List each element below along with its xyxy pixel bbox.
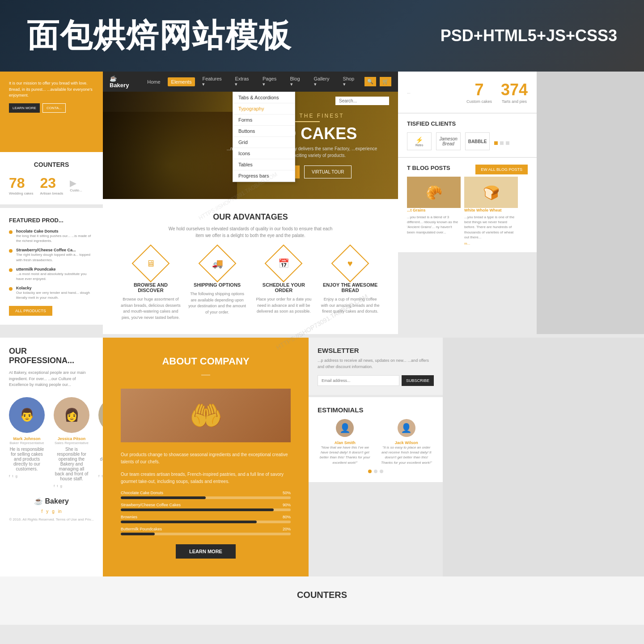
gray-placeholder — [537, 72, 644, 334]
nav-item-pages[interactable]: Pages ▾ — [259, 74, 283, 89]
bottom-counters-section: COUNTERS — [0, 576, 644, 625]
facebook-icon[interactable]: f — [54, 484, 55, 488]
dropdown-item-tables[interactable]: Tables — [233, 159, 295, 170]
footer-link-in[interactable]: in — [58, 509, 62, 514]
advantage-title: ENJOY THE AWESOME BREAD — [320, 282, 380, 293]
featured-products: FEATURED PROD... hocolate Cake Donuts th… — [0, 208, 103, 325]
left-column: It is our mission to offer you bread wit… — [0, 72, 103, 334]
footer-link-y[interactable]: y — [46, 509, 48, 514]
google-icon[interactable]: g — [60, 484, 62, 488]
product-dot — [9, 249, 13, 253]
nav-item-elements[interactable]: Elements — [168, 77, 195, 86]
footer-link-f[interactable]: f — [41, 509, 42, 514]
product-list: hocolate Cake Donuts the long that it si… — [9, 229, 94, 301]
product-desc: the long that it sitting pushes our... .… — [16, 233, 94, 243]
footer-logo: ☕ Bakery — [9, 497, 94, 505]
newsletter-desc: ...p address to receive all news, update… — [318, 358, 434, 370]
dot-inactive-2 — [380, 470, 383, 473]
newsletter-testimonials-column: EWSLETTER ...p address to receive all ne… — [309, 338, 443, 576]
blog-thumb-2: 🍞 — [464, 177, 518, 208]
dropdown-item-forms[interactable]: Forms — [233, 114, 295, 126]
footer-social-links: f y g in — [9, 509, 94, 514]
nav-item-shop[interactable]: Shop ▾ — [339, 74, 361, 89]
about-company-content: ABOUT COMPANY — 🤲 Our products change to… — [103, 338, 309, 576]
progress-track-4 — [121, 533, 291, 535]
about-company-image: 🤲 — [121, 389, 291, 442]
advantage-item-schedule: 📅 SCHEDULE YOUR ORDER Place your order f… — [254, 250, 314, 321]
dropdown-item-progress[interactable]: Progress bars — [233, 170, 295, 182]
dropdown-item-tabs[interactable]: Tabs & Accordions — [233, 92, 295, 103]
dropdown-item-icons[interactable]: Icons — [233, 148, 295, 159]
progress-track-1 — [121, 496, 291, 499]
twitter-icon[interactable]: t — [57, 484, 58, 488]
client-logos: ⚡ Retro JamesonBread BABBLE — [407, 132, 528, 150]
testimonial-item-1: 👤 Alan Smith "Now that we have this I've… — [318, 419, 373, 465]
search-icon[interactable]: 🔍 — [364, 77, 376, 86]
cart-icon[interactable]: 🛒 — [380, 77, 391, 86]
advantages-subtitle: We hold ourselves to elevated standards … — [121, 225, 380, 239]
testimonial-name-1: Alan Smith — [318, 441, 373, 445]
google-icon[interactable]: g — [15, 474, 17, 478]
stat-label-1: Custom cakes — [466, 99, 492, 104]
counters-section: COUNTERS 78 Wedding cakes 23 Artisan bre… — [0, 152, 103, 204]
nav-search-input[interactable] — [335, 97, 389, 105]
content-area: It is our mission to offer you bread wit… — [0, 72, 644, 334]
progress-fill-3 — [121, 521, 257, 523]
subscribe-button[interactable]: SUBSCRIBE — [402, 375, 434, 386]
nav-item-gallery[interactable]: Gallery ▾ — [310, 74, 336, 89]
nav-item-blog[interactable]: Blog ▾ — [287, 74, 307, 89]
learn-more-button[interactable]: LEARN MORE — [9, 103, 40, 113]
nav-item-home[interactable]: Home — [144, 77, 164, 86]
footer-copyright: © 2016. All Rights Reserved. Terms of Us… — [9, 517, 94, 521]
prof-desc-2: She is responsible for operating the Bak… — [54, 447, 89, 481]
facebook-icon[interactable]: f — [98, 474, 99, 478]
about-learn-button[interactable]: LEARN MORE — [176, 544, 236, 559]
advantage-title: SHIPPING OPTIONS — [187, 282, 247, 288]
nav-item-features[interactable]: Features ▾ — [199, 74, 228, 89]
header-title: 面包烘焙网站模板 — [27, 14, 292, 57]
blog-thumb-1: 🥐 — [407, 177, 461, 208]
nav-logo: ☕ Bakery — [110, 75, 137, 89]
dropdown-item-typography[interactable]: Typography — [233, 103, 295, 114]
tour-button[interactable]: VIRTUAL TOUR — [304, 165, 352, 178]
counter-item-1: 78 Wedding cakes — [9, 175, 34, 195]
view-all-blog-button[interactable]: EW ALL BLOG POSTS — [475, 165, 528, 174]
about-company-section: ABOUT COMPANY — 🤲 Our products change to… — [103, 338, 309, 576]
far-right-column — [537, 72, 644, 334]
prof-avatar-2: 👩 — [54, 397, 89, 433]
counter-label-1: Wedding cakes — [9, 191, 34, 195]
product-dot — [9, 268, 13, 272]
read-more-link[interactable]: m... — [464, 242, 518, 246]
counter-item-3: ▶ Custo... — [70, 175, 82, 195]
footer-link-g[interactable]: g — [52, 509, 55, 514]
progress-bar-4: Buttermilk Poundcakes20% — [121, 527, 291, 535]
advantages-grid: 🖥 BROWSE AND DISCOVER Browse our huge as… — [121, 250, 380, 321]
twitter-icon[interactable]: t — [12, 474, 13, 478]
facebook-icon[interactable]: f — [9, 474, 10, 478]
contact-button[interactable]: CONTA... — [42, 103, 66, 113]
about-desc-2: Our team creates artisan breads, French-… — [121, 471, 291, 485]
advantages-section: OUR ADVANTAGES We hold ourselves to elev… — [103, 199, 398, 334]
blog-post-desc-1: ...you bread is a blend of 3 different..… — [407, 215, 461, 235]
newsletter-email-input[interactable] — [318, 375, 399, 386]
nav-item-extras[interactable]: Extras ▾ — [231, 74, 255, 89]
stat-number-1: 7 — [466, 80, 492, 99]
stat-label-2: Tarts and pies — [501, 99, 528, 104]
blog-post-1: 🥐 ...t Grains ...you bread is a blend of… — [407, 177, 461, 246]
prof-item-1: 👨 Mark Johnson Baker Representative He i… — [9, 397, 45, 488]
product-name: uttermilk Poundcake — [16, 267, 94, 271]
dropdown-item-grid[interactable]: Grid — [233, 137, 295, 148]
dropdown-item-buttons[interactable]: Buttons — [233, 126, 295, 137]
product-desc: The right buttery dough topped with a...… — [16, 252, 94, 262]
stats-section: ... 7 Custom cakes 374 Tarts and pies — [398, 72, 537, 113]
stat-number-2: 374 — [501, 80, 528, 99]
progress-bar-3: Brownies80% — [121, 515, 291, 523]
professionals-section: OUR PROFESSIONA... At Bakery, exceptiona… — [0, 338, 103, 576]
testimonial-name-2: Jack Wilson — [379, 441, 434, 445]
dot-active — [368, 470, 372, 473]
all-products-button[interactable]: ALL PRODUCTS — [9, 306, 52, 316]
advantage-title: BROWSE AND DISCOVER — [121, 282, 181, 293]
browser-mockup: ☕ Bakery Home Elements Features ▾ Extras… — [103, 72, 398, 334]
progress-label-3: Brownies80% — [121, 515, 291, 519]
counter-items: 78 Wedding cakes 23 Artisan breads ▶ Cus… — [9, 175, 94, 195]
